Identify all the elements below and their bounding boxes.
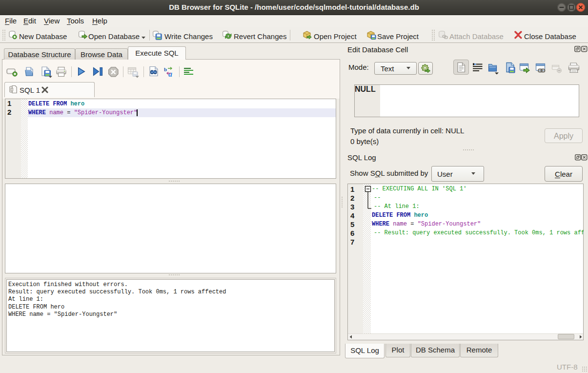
svg-text:a: a <box>168 70 172 78</box>
svg-text:b: b <box>164 66 167 72</box>
